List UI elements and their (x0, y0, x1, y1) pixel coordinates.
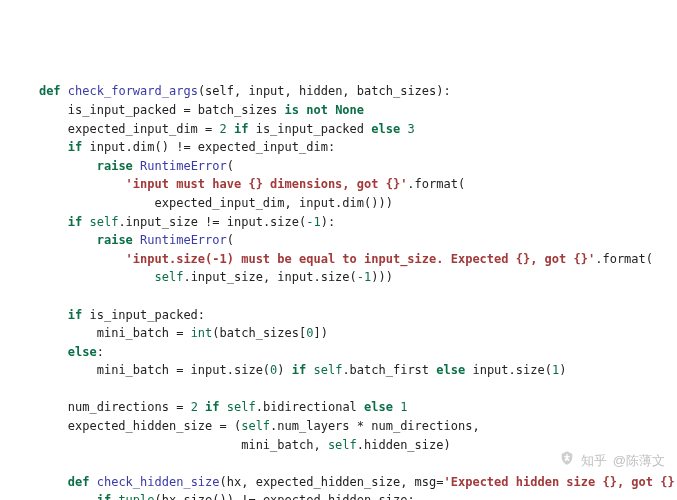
watermark-brand: 知乎 (581, 451, 607, 471)
string-literal: 'input.size(-1) must be equal to input_s… (126, 252, 596, 266)
watermark: 知乎 @陈薄文 (544, 430, 665, 492)
kw-def: def (39, 84, 61, 98)
watermark-author: @陈薄文 (613, 451, 665, 471)
string-literal: 'input must have {} dimensions, got {}' (126, 177, 408, 191)
fn-name: check_forward_args (68, 84, 198, 98)
zhihu-icon (544, 430, 574, 492)
